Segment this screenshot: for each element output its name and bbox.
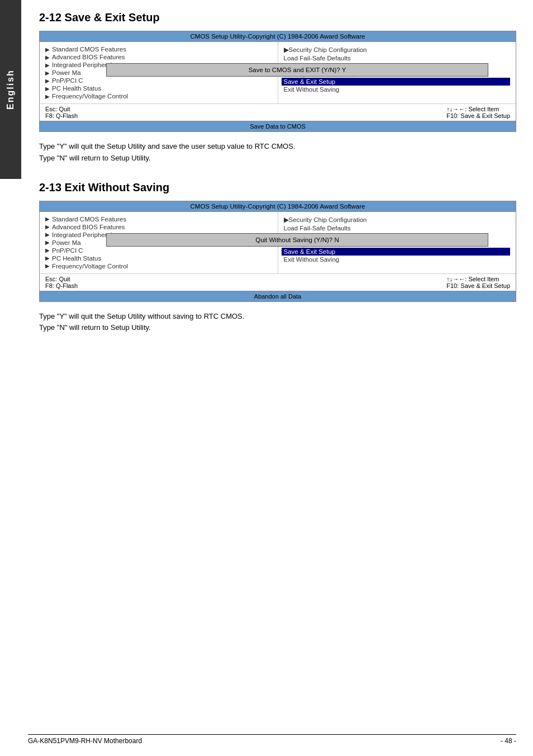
menu-item-label: Security Chip Configuration [289, 216, 367, 223]
menu-item-label: Advanced BIOS Features [52, 224, 125, 230]
list-item: ▶ Advanced BIOS Features [45, 223, 272, 231]
page-footer: GA-K8N51PVM9-RH-NV Motherboard - 48 - [28, 734, 516, 745]
list-item-exit-without-saving: Exit Without Saving [284, 86, 511, 93]
list-item: ▶ Advanced BIOS Features [45, 53, 272, 61]
arrow-icon: ▶ [45, 255, 50, 261]
menu-item-label: PnP/PCI C [52, 77, 83, 84]
section2-bios-header: CMOS Setup Utility-Copyright (C) 1984-20… [40, 201, 516, 212]
list-item: ▶ PnP/PCI C [45, 247, 272, 254]
arrow-icon: ▶ [45, 54, 50, 60]
arrow-icon: ▶ [45, 231, 50, 238]
section1-footer: Esc: Quit F8: Q-Flash ↑↓→←: Select Item … [40, 103, 516, 121]
list-item: ▶ PC Health Status [45, 84, 272, 92]
arrow-icon: ▶ [45, 46, 50, 53]
arrow-icon: ▶ [284, 216, 289, 224]
dialog-text: Quit Without Saving (Y/N)? N [255, 237, 339, 243]
footer-f10: F10: Save & Exit Setup [446, 112, 510, 119]
section2-desc-line1: Type "Y" will quit the Setup Utility wit… [39, 311, 516, 323]
footer-left: Esc: Quit F8: Q-Flash [45, 106, 78, 119]
section2-title: 2-13 Exit Without Saving [39, 181, 516, 194]
list-item: Load Fail-Safe Defaults [284, 224, 511, 232]
section1-description: Type "Y" will quit the Setup Utility and… [39, 141, 516, 164]
main-content: 2-12 Save & Exit Setup CMOS Setup Utilit… [28, 0, 533, 362]
list-item: ▶ Standard CMOS Features [45, 215, 272, 223]
menu-item-label: Standard CMOS Features [52, 46, 126, 53]
arrow-icon: ▶ [45, 78, 50, 84]
arrow-icon: ▶ [45, 247, 50, 253]
list-item-save-exit: Save & Exit Setup [282, 248, 511, 256]
menu-item-label: Security Chip Configuration [289, 46, 367, 53]
arrow-icon: ▶ [45, 62, 50, 68]
list-item: ▶ Security Chip Configuration [284, 45, 511, 54]
section1-bios-screen: CMOS Setup Utility-Copyright (C) 1984-20… [39, 31, 516, 132]
menu-item-label: Power Ma [52, 69, 81, 76]
section1-bios-container: CMOS Setup Utility-Copyright (C) 1984-20… [39, 31, 516, 132]
footer-esc: Esc: Quit [45, 276, 78, 282]
section1-desc-line2: Type "N" will return to Setup Utility. [39, 153, 516, 164]
section2-desc-line2: Type "N" will return to Setup Utility. [39, 322, 516, 334]
arrow-icon: ▶ [45, 86, 50, 92]
section2-description: Type "Y" will quit the Setup Utility wit… [39, 311, 516, 334]
list-item: ▶ Frequency/Voltage Control [45, 92, 272, 100]
footer-f8: F8: Q-Flash [45, 112, 78, 119]
section2-bios-screen: CMOS Setup Utility-Copyright (C) 1984-20… [39, 201, 516, 302]
list-item: ▶ PnP/PCI C [45, 77, 272, 84]
footer-f8: F8: Q-Flash [45, 282, 78, 289]
footer-model: GA-K8N51PVM9-RH-NV Motherboard [28, 737, 142, 745]
section2-footer: Esc: Quit F8: Q-Flash ↑↓→←: Select Item … [40, 273, 516, 291]
footer-arrows: ↑↓→←: Select Item [446, 276, 510, 282]
arrow-icon: ▶ [45, 224, 50, 230]
side-tab: English [0, 0, 21, 179]
section1-desc-line1: Type "Y" will quit the Setup Utility and… [39, 141, 516, 153]
footer-page: - 48 - [501, 737, 516, 745]
menu-item-label: PC Health Status [52, 85, 101, 92]
arrow-icon: ▶ [45, 70, 50, 76]
section1-dialog: Save to CMOS and EXIT (Y/N)? Y [106, 63, 488, 77]
list-item: ▶ Standard CMOS Features [45, 45, 272, 53]
side-tab-label: English [6, 69, 16, 110]
footer-left: Esc: Quit F8: Q-Flash [45, 276, 78, 289]
arrow-icon: ▶ [45, 263, 50, 269]
list-item: Load Fail-Safe Defaults [284, 54, 511, 62]
section1-title: 2-12 Save & Exit Setup [39, 11, 516, 24]
footer-right: ↑↓→←: Select Item F10: Save & Exit Setup [446, 106, 510, 119]
list-item-exit-without-saving: Exit Without Saving [284, 256, 511, 263]
section1-status-bar: Save Data to CMOS [40, 121, 516, 131]
arrow-icon: ▶ [45, 239, 50, 245]
arrow-icon: ▶ [45, 216, 50, 222]
section2-status-bar: Abandon all Data [40, 291, 516, 301]
footer-esc: Esc: Quit [45, 106, 78, 112]
menu-item-label: Frequency/Voltage Control [52, 93, 128, 100]
section1-bios-header: CMOS Setup Utility-Copyright (C) 1984-20… [40, 31, 516, 42]
list-item: ▶ Security Chip Configuration [284, 215, 511, 224]
menu-item-label: PC Health Status [52, 255, 101, 262]
menu-item-label: PnP/PCI C [52, 247, 83, 254]
list-item-save-exit: Save & Exit Setup [282, 78, 511, 86]
dialog-text: Save to CMOS and EXIT (Y/N)? Y [249, 67, 346, 73]
arrow-icon: ▶ [45, 93, 50, 100]
footer-f10: F10: Save & Exit Setup [446, 282, 510, 289]
menu-item-label: Standard CMOS Features [52, 216, 126, 223]
menu-item-label: Frequency/Voltage Control [52, 263, 128, 270]
footer-right: ↑↓→←: Select Item F10: Save & Exit Setup [446, 276, 510, 289]
list-item: ▶ Frequency/Voltage Control [45, 262, 272, 270]
section2-dialog: Quit Without Saving (Y/N)? N [106, 233, 488, 247]
menu-item-label: Advanced BIOS Features [52, 54, 125, 60]
list-item: ▶ PC Health Status [45, 254, 272, 262]
arrow-icon: ▶ [284, 46, 289, 54]
section2-bios-container: CMOS Setup Utility-Copyright (C) 1984-20… [39, 201, 516, 302]
menu-item-label: Power Ma [52, 239, 81, 246]
footer-arrows: ↑↓→←: Select Item [446, 106, 510, 112]
